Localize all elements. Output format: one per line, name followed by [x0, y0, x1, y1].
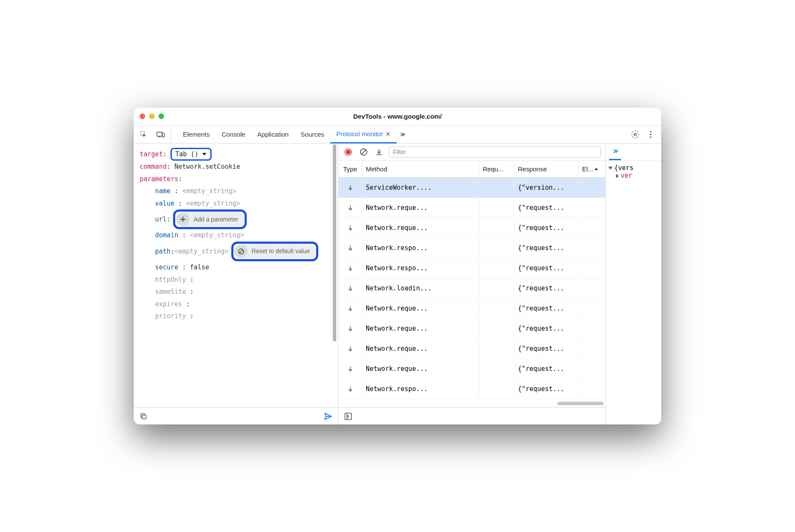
table-header: Type Method Requ... Response El...: [338, 161, 605, 178]
download-button[interactable]: [374, 146, 385, 158]
plus-icon: [176, 213, 189, 226]
gear-icon[interactable]: [630, 129, 641, 140]
cell-elapsed: [579, 299, 605, 318]
param-name-value[interactable]: <empty_string>: [182, 187, 236, 195]
more-tabs-icon[interactable]: [397, 129, 408, 140]
table-row[interactable]: Network.loadin...{"request...: [338, 278, 605, 299]
command-value[interactable]: Network.setCookie: [174, 163, 240, 170]
clear-button[interactable]: [358, 146, 369, 158]
command-label: command: [140, 163, 167, 170]
protocol-grid-pane: Filter Type Method Requ... Response El..…: [338, 143, 606, 424]
cell-elapsed: [579, 198, 605, 218]
copy-icon[interactable]: [138, 411, 149, 422]
tree-child[interactable]: ver: [608, 172, 659, 179]
cell-response: {"request...: [514, 339, 579, 359]
svg-point-15: [347, 150, 350, 153]
param-path-value[interactable]: <empty_string>: [174, 245, 228, 258]
toggle-editor-button[interactable]: [343, 411, 354, 422]
svg-rect-3: [162, 133, 164, 137]
horizontal-scrollbar[interactable]: [340, 401, 604, 406]
cell-method: Network.respo...: [362, 379, 479, 399]
table-row[interactable]: Network.respo...{"request...: [338, 238, 605, 258]
cell-response: {"request...: [514, 278, 579, 298]
tab-protocol-monitor[interactable]: Protocol monitor ✕: [330, 126, 397, 143]
cell-method: ServiceWorker....: [362, 178, 479, 197]
cell-method: Network.loadin...: [362, 278, 479, 298]
cell-elapsed: [579, 339, 605, 359]
parameters-label: parameters: [140, 175, 178, 183]
cell-response: {"request...: [514, 359, 579, 379]
cell-response: {"request...: [514, 218, 579, 238]
cell-response: {"request...: [514, 238, 579, 258]
col-elapsed[interactable]: El...: [579, 161, 605, 177]
param-domain-value[interactable]: <empty_string>: [190, 231, 244, 239]
cell-method: Network.reque...: [362, 319, 479, 338]
direction-icon: [338, 198, 362, 218]
window-title: DevTools - www.google.com/: [134, 113, 661, 120]
param-value-value[interactable]: <empty_string>: [186, 200, 240, 207]
cell-request: [479, 359, 514, 379]
tab-sources[interactable]: Sources: [295, 126, 330, 143]
direction-icon: [338, 238, 362, 258]
table-row[interactable]: Network.reque...{"request...: [338, 218, 605, 238]
svg-point-6: [650, 134, 652, 135]
cell-request: [479, 238, 514, 258]
inspect-icon[interactable]: [138, 129, 149, 140]
devtools-window: DevTools - www.google.com/ Elements Cons…: [134, 108, 661, 424]
command-editor-pane: target: Tab () command: Network.setCooki…: [134, 143, 338, 424]
cell-response: {"request...: [514, 299, 579, 318]
cell-elapsed: [579, 258, 605, 278]
add-parameter-button[interactable]: Add a parameter: [176, 212, 244, 227]
reset-button[interactable]: Reset to default value: [234, 244, 316, 259]
cell-elapsed: [579, 238, 605, 258]
table-row[interactable]: Network.reque...{"request...: [338, 339, 605, 359]
cell-response: {"request...: [514, 258, 579, 278]
direction-icon: [338, 258, 362, 278]
detail-more-icon[interactable]: [609, 143, 621, 160]
tree-root[interactable]: {vers: [608, 164, 659, 172]
cell-elapsed: [579, 278, 605, 298]
tab-application[interactable]: Application: [251, 126, 295, 143]
device-toggle-icon[interactable]: [155, 129, 166, 140]
direction-icon: [338, 339, 362, 359]
cell-method: Network.reque...: [362, 299, 479, 318]
tab-console[interactable]: Console: [216, 126, 251, 143]
table-row[interactable]: Network.respo...{"request...: [338, 258, 605, 278]
cell-request: [479, 258, 514, 278]
cell-method: Network.reque...: [362, 198, 479, 218]
cell-response: {"request...: [514, 198, 579, 218]
param-secure-value[interactable]: false: [190, 263, 209, 271]
cell-request: [479, 218, 514, 238]
cell-response: {"version...: [514, 178, 579, 197]
table-row[interactable]: Network.reque...{"request...: [338, 299, 605, 319]
cell-method: Network.respo...: [362, 258, 479, 278]
detail-pane: {vers ver: [606, 143, 661, 424]
cell-method: Network.reque...: [362, 359, 479, 379]
col-method[interactable]: Method: [362, 161, 479, 177]
col-response[interactable]: Response: [514, 161, 579, 177]
cell-response: {"request...: [514, 379, 579, 399]
filter-input[interactable]: Filter: [389, 146, 601, 158]
cell-request: [479, 339, 514, 359]
svg-line-11: [239, 250, 243, 253]
direction-icon: [338, 379, 362, 399]
titlebar: DevTools - www.google.com/: [134, 108, 661, 126]
tab-elements[interactable]: Elements: [177, 126, 216, 143]
table-row[interactable]: ServiceWorker....{"version...: [338, 178, 605, 198]
close-icon[interactable]: ✕: [386, 131, 391, 137]
table-row[interactable]: Network.reque...{"request...: [338, 319, 605, 339]
reset-icon: [235, 245, 248, 258]
cell-request: [479, 379, 514, 399]
svg-rect-12: [142, 415, 146, 419]
table-row[interactable]: Network.reque...{"request...: [338, 359, 605, 379]
left-scrollbar[interactable]: [331, 143, 338, 424]
record-button[interactable]: [343, 146, 354, 158]
col-type[interactable]: Type: [338, 161, 362, 177]
table-row[interactable]: Network.reque...{"request...: [338, 198, 605, 218]
svg-point-5: [650, 131, 652, 132]
cell-elapsed: [579, 359, 605, 379]
target-select[interactable]: Tab (): [170, 148, 212, 161]
more-vert-icon[interactable]: [645, 129, 656, 140]
col-request[interactable]: Requ...: [479, 161, 514, 177]
table-row[interactable]: Network.respo...{"request...: [338, 379, 605, 399]
